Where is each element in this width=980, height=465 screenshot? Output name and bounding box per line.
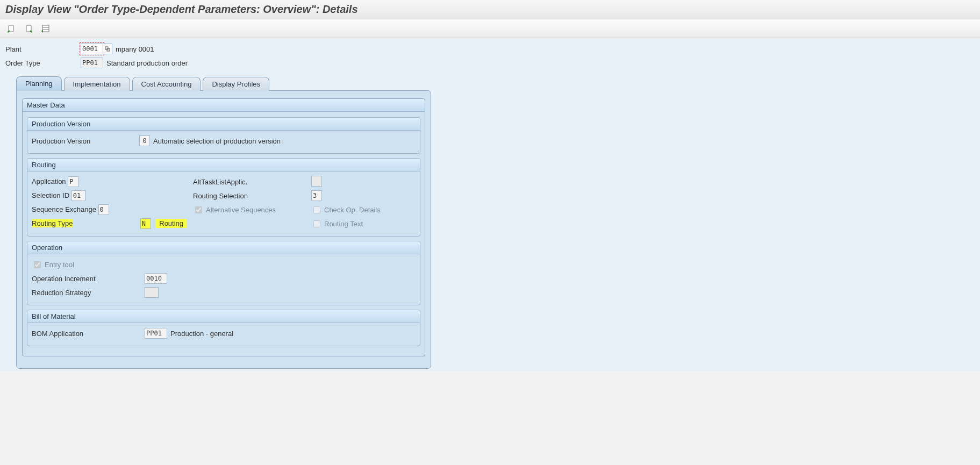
header-area: Plant 0001 mpany 0001 Order Type PP01 St… <box>0 38 980 371</box>
plant-label: Plant <box>5 45 81 53</box>
pv-input[interactable]: 0 <box>139 135 150 146</box>
alttl-label: AltTaskListApplic. <box>193 178 247 186</box>
rtext-checkbox-wrap[interactable]: Routing Text <box>311 219 363 229</box>
ordertype-input: PP01 <box>81 58 103 68</box>
page-title: Display View "Order Type-Dependent Param… <box>5 3 358 15</box>
selectionid-input[interactable]: 01 <box>71 190 85 201</box>
value-help-icon <box>105 46 110 52</box>
prev-entry-button[interactable] <box>5 23 17 34</box>
tab-cost-accounting[interactable]: Cost Accounting <box>132 77 201 91</box>
subgroup-title-operation: Operation <box>27 241 420 254</box>
tab-planning[interactable]: Planning <box>16 76 62 91</box>
pv-label: Production Version <box>32 137 139 145</box>
checkop-label: Check Op. Details <box>324 206 381 214</box>
application-input[interactable]: P <box>68 176 78 187</box>
tab-body-planning: Master Data Production Version Productio… <box>16 90 431 369</box>
seqexch-input[interactable]: 0 <box>98 204 109 215</box>
redstrat-label: Reduction Strategy <box>32 289 145 297</box>
ordertype-row: Order Type PP01 Standard production orde… <box>5 58 975 68</box>
redstrat-input[interactable] <box>145 287 159 298</box>
ordertype-description: Standard production order <box>106 59 188 67</box>
subgroup-title-routing: Routing <box>27 159 420 171</box>
routingsel-input[interactable]: 3 <box>311 190 322 201</box>
altseq-checkbox[interactable] <box>195 206 202 213</box>
toolbar <box>0 19 980 38</box>
alttl-input[interactable] <box>311 176 322 187</box>
application-label: Application <box>32 177 66 185</box>
plant-description: mpany 0001 <box>116 45 154 53</box>
bomapp-input[interactable]: PP01 <box>145 328 167 339</box>
bomapp-description: Production - general <box>170 330 233 338</box>
subgroup-production-version: Production Version Production Version 0 … <box>27 117 420 154</box>
ordertype-label: Order Type <box>5 59 81 67</box>
subgroup-title-bom: Bill of Material <box>27 310 420 323</box>
subgroup-operation: Operation Entry tool Operation Increment… <box>27 241 420 305</box>
table-icon <box>41 24 50 33</box>
svg-rect-4 <box>42 25 49 32</box>
subgroup-bom: Bill of Material BOM Application PP01 Pr… <box>27 310 420 346</box>
plant-input[interactable]: 0001 <box>81 44 103 54</box>
rt-label: Routing Type <box>32 219 73 227</box>
plant-value-help-button[interactable] <box>103 44 112 54</box>
rt-description: Routing <box>156 219 187 227</box>
subgroup-routing: Routing Application P AltTaskListApplic. <box>27 158 420 237</box>
tab-display-profiles[interactable]: Display Profiles <box>203 77 269 91</box>
rtext-checkbox[interactable] <box>313 220 320 227</box>
other-entry-button[interactable] <box>40 23 52 34</box>
altseq-label: Alternative Sequences <box>206 206 276 214</box>
rt-input[interactable]: N <box>140 218 151 229</box>
group-title-master-data: Master Data <box>23 99 425 112</box>
page-prev-icon <box>7 24 16 33</box>
subgroup-title-pv: Production Version <box>27 118 420 131</box>
entrytool-checkbox[interactable] <box>34 261 41 268</box>
tabstrip: Planning Implementation Cost Accounting … <box>16 76 975 90</box>
bomapp-label: BOM Application <box>32 330 145 338</box>
next-entry-button[interactable] <box>23 23 34 34</box>
checkop-checkbox[interactable] <box>313 206 320 213</box>
seqexch-label: Sequence Exchange <box>32 205 96 213</box>
opincr-label: Operation Increment <box>32 275 145 283</box>
page-next-icon <box>24 24 33 33</box>
routingsel-label: Routing Selection <box>193 192 248 200</box>
entrytool-checkbox-wrap[interactable]: Entry tool <box>32 260 74 270</box>
title-bar: Display View "Order Type-Dependent Param… <box>0 0 980 19</box>
selectionid-label: Selection ID <box>32 191 69 199</box>
rtext-label: Routing Text <box>324 220 363 228</box>
checkop-checkbox-wrap[interactable]: Check Op. Details <box>311 205 381 215</box>
entrytool-label: Entry tool <box>45 261 74 269</box>
group-master-data: Master Data Production Version Productio… <box>22 98 425 356</box>
opincr-input[interactable]: 0010 <box>145 273 167 284</box>
plant-row: Plant 0001 mpany 0001 <box>5 44 975 54</box>
pv-description: Automatic selection of production versio… <box>153 137 281 145</box>
altseq-checkbox-wrap[interactable]: Alternative Sequences <box>193 205 276 215</box>
tab-implementation[interactable]: Implementation <box>64 77 130 91</box>
